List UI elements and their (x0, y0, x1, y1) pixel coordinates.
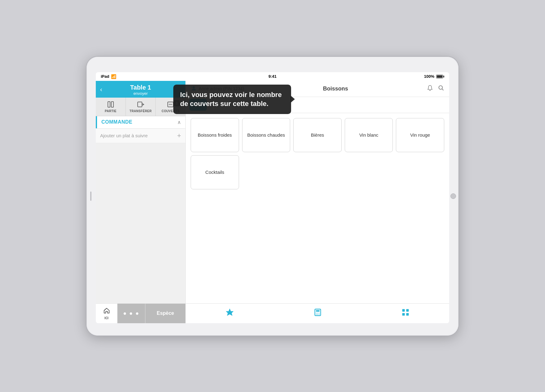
search-icon[interactable] (438, 85, 444, 93)
partie-label: PARTIE (105, 109, 117, 113)
svg-line-7 (442, 89, 444, 90)
dots-button[interactable]: ● ● ● (117, 304, 145, 323)
battery-label: 100% (424, 74, 434, 79)
svg-rect-20 (406, 309, 409, 312)
status-right: 100% (424, 74, 444, 79)
calculator-button[interactable] (307, 306, 328, 321)
bell-icon[interactable] (427, 85, 433, 93)
product-cocktails[interactable]: Cocktails (191, 155, 239, 189)
ipad-frame: iPad 📶 9:41 100% ‹ Table 1 envoyer (86, 57, 459, 336)
commande-title: COMMANDE (101, 119, 132, 125)
partie-icon (107, 101, 114, 108)
svg-rect-1 (111, 102, 113, 107)
dots-label: ● ● ● (123, 310, 140, 317)
svg-rect-21 (402, 313, 405, 315)
commande-chevron: ∧ (177, 119, 181, 125)
transferer-label: TRANSFÉRER (130, 109, 152, 113)
status-time: 9:41 (268, 74, 277, 79)
grid-icon (401, 308, 410, 319)
espece-label: Espèce (157, 311, 174, 316)
ipad-home-button[interactable] (450, 193, 456, 199)
back-button[interactable]: ‹ (100, 86, 102, 93)
main-layout: ‹ Table 1 envoyer PARTIE (96, 81, 449, 323)
product-vin-blanc[interactable]: Vin blanc (345, 118, 393, 152)
product-boissons-chaudes[interactable]: Boissons chaudes (242, 118, 290, 152)
svg-point-15 (319, 313, 319, 313)
svg-point-6 (439, 86, 443, 89)
svg-point-14 (317, 313, 318, 313)
products-grid: Boissons froides Boissons chaudes Bières… (186, 113, 449, 303)
svg-point-18 (319, 314, 319, 315)
send-label: envoyer (96, 91, 185, 96)
svg-rect-0 (108, 102, 110, 107)
svg-rect-22 (406, 313, 409, 315)
svg-marker-10 (226, 308, 234, 316)
calc-icon (313, 308, 322, 319)
sidebar-toolbar: PARTIE TRANSFÉRER 3 (96, 98, 185, 116)
table-title: Table 1 (96, 84, 185, 91)
product-vin-rouge[interactable]: Vin rouge (396, 118, 444, 152)
svg-point-17 (317, 314, 318, 315)
svg-rect-19 (402, 309, 405, 312)
grid-view-button[interactable] (395, 306, 416, 321)
battery-icon (436, 75, 444, 78)
content-bottom-bar (186, 303, 449, 323)
svg-rect-12 (316, 310, 320, 312)
svg-point-13 (316, 313, 317, 313)
device-model: iPad (101, 74, 109, 79)
add-dish-plus[interactable]: + (177, 132, 181, 140)
add-dish-label: Ajouter un plat à suivre (100, 133, 148, 138)
ici-label: ICI (104, 316, 109, 320)
svg-point-16 (316, 314, 317, 315)
svg-rect-2 (138, 102, 142, 107)
top-bar-actions (427, 85, 444, 93)
espece-button[interactable]: Espèce (145, 304, 185, 323)
commande-section: COMMANDE ∧ (96, 116, 185, 129)
sidebar: ‹ Table 1 envoyer PARTIE (96, 81, 186, 323)
transferer-icon (137, 101, 144, 108)
tooltip-arrow (290, 95, 295, 103)
house-icon (103, 307, 110, 316)
product-bieres[interactable]: Bières (293, 118, 342, 152)
here-button[interactable]: ICI (96, 304, 117, 323)
toolbar-transferer[interactable]: TRANSFÉRER (126, 98, 156, 116)
wifi-icon: 📶 (111, 74, 116, 79)
star-icon (225, 308, 234, 319)
status-left: iPad 📶 (101, 74, 116, 79)
sidebar-bottom: ICI ● ● ● Espèce (96, 303, 185, 323)
tooltip-overlay: Ici, vous pouvez voir le nombre de couve… (173, 85, 291, 114)
product-boissons-froides[interactable]: Boissons froides (191, 118, 239, 152)
commande-header[interactable]: COMMANDE ∧ (96, 116, 185, 128)
tooltip-box: Ici, vous pouvez voir le nombre de couve… (173, 85, 291, 114)
tooltip-text: Ici, vous pouvez voir le nombre de couve… (180, 91, 282, 108)
order-area (96, 143, 185, 303)
content-area: Anne admin (PIN 1234) Boissons (186, 81, 449, 323)
add-dish-row[interactable]: Ajouter un plat à suivre + (96, 129, 185, 143)
sidebar-header: ‹ Table 1 envoyer (96, 81, 185, 98)
favorites-button[interactable] (219, 305, 241, 322)
ipad-volume-button (90, 192, 91, 201)
toolbar-partie[interactable]: PARTIE (96, 98, 126, 116)
status-bar: iPad 📶 9:41 100% (96, 72, 449, 81)
